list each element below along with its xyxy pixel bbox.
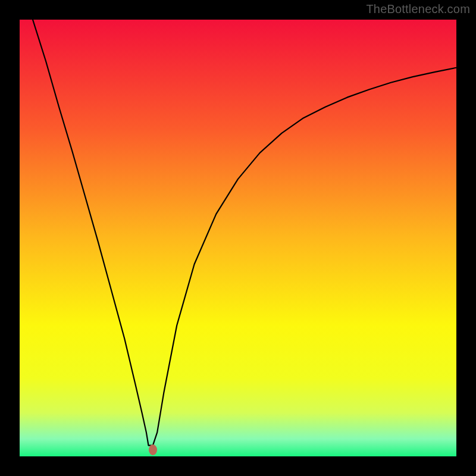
optimal-marker: [149, 444, 157, 455]
plot-area: [20, 20, 456, 456]
bottleneck-curve: [33, 20, 456, 446]
chart-stage: TheBottleneck.com: [0, 0, 476, 476]
curve-layer: [20, 20, 456, 456]
watermark-text: TheBottleneck.com: [366, 2, 470, 16]
